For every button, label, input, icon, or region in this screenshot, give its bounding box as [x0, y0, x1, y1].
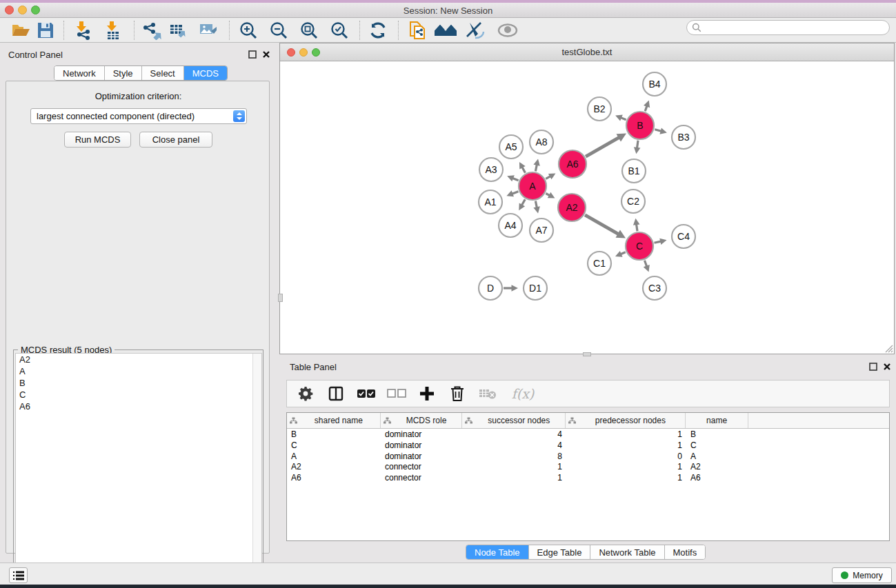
graph-node-A3[interactable]: A3 [479, 158, 503, 181]
edge-A2-C[interactable] [585, 215, 619, 234]
table-row[interactable]: A6connector11A6 [287, 472, 889, 483]
table-row[interactable]: Adominator80A [287, 451, 889, 462]
float-panel-icon[interactable] [869, 363, 877, 371]
table-cell[interactable]: dominator [381, 440, 463, 451]
table-cell[interactable]: A2 [287, 461, 381, 472]
table-cell[interactable]: 0 [566, 451, 686, 462]
graph-node-B4[interactable]: B4 [643, 72, 666, 96]
graph-node-A2[interactable]: A2 [558, 194, 586, 221]
show-graphics-details-icon[interactable] [495, 19, 520, 41]
close-panel-button[interactable]: Close panel [139, 132, 212, 148]
graph-node-C3[interactable]: C3 [643, 276, 666, 300]
mcds-result-item[interactable]: A6 [16, 401, 261, 412]
graph-node-B1[interactable]: B1 [622, 159, 646, 183]
mcds-result-item[interactable]: B [16, 377, 261, 389]
hide-graphics-details-icon[interactable] [464, 19, 488, 41]
graph-node-A5[interactable]: A5 [499, 135, 523, 159]
edge-B-B4[interactable] [645, 106, 647, 112]
mcds-result-item[interactable]: A2 [16, 354, 261, 365]
edge-B-B1[interactable] [637, 141, 639, 148]
import-network-icon[interactable] [70, 19, 95, 41]
export-network-icon[interactable] [139, 19, 164, 41]
edge-A6-B[interactable] [586, 137, 619, 156]
graph-node-A7[interactable]: A7 [530, 219, 553, 242]
graph-node-B2[interactable]: B2 [588, 97, 611, 121]
edge-B-B3[interactable] [655, 130, 661, 132]
table-row[interactable]: Bdominator41B [287, 429, 889, 440]
run-mcds-button[interactable]: Run MCDS [64, 132, 131, 148]
table-cell[interactable]: A [686, 451, 750, 462]
edge-C-C3[interactable] [644, 261, 646, 267]
graph-node-C4[interactable]: C4 [672, 225, 695, 248]
table-row[interactable]: A2connector11A2 [287, 461, 889, 472]
split-handle-vertical[interactable] [278, 294, 283, 302]
edge-C-C2[interactable] [637, 224, 637, 231]
tab-style[interactable]: Style [105, 66, 142, 81]
tab-select[interactable]: Select [142, 66, 184, 81]
table-cell[interactable]: dominator [381, 429, 463, 440]
edge-B-B2[interactable] [621, 118, 626, 120]
graph-node-B3[interactable]: B3 [672, 125, 695, 149]
table-cell[interactable]: connector [381, 461, 463, 472]
edge-A-A4[interactable] [521, 199, 525, 205]
table-cell[interactable]: 8 [463, 451, 566, 462]
edge-A-A8[interactable] [535, 165, 537, 172]
edge-C-C1[interactable] [621, 252, 626, 254]
mcds-result-item[interactable]: A [16, 365, 261, 377]
column-header-successor-nodes[interactable]: successor nodes [462, 413, 566, 428]
resize-grip[interactable] [882, 342, 893, 353]
zoom-out-icon[interactable] [266, 19, 291, 41]
unselect-all-columns-icon[interactable] [386, 385, 407, 403]
column-header-predecessor-nodes[interactable]: predecessor nodes [566, 413, 686, 428]
graph-node-C[interactable]: C [626, 232, 653, 260]
criterion-dropdown[interactable]: largest connected component (directed) [30, 108, 247, 124]
open-session-icon[interactable] [8, 19, 33, 41]
mcds-result-list[interactable]: A2ABCA6 [15, 353, 262, 586]
home-panels-icon[interactable] [433, 19, 458, 41]
table-options-icon[interactable] [295, 385, 316, 403]
network-window-titlebar[interactable]: testGlobe.txt [280, 43, 894, 61]
graph-node-C2[interactable]: C2 [621, 190, 645, 213]
memory-button[interactable]: Memory [832, 567, 892, 583]
tab-mcds[interactable]: MCDS [184, 66, 227, 81]
zoom-fit-icon[interactable] [297, 19, 321, 41]
table-cell[interactable]: 1 [463, 472, 566, 483]
delete-row-icon[interactable] [447, 385, 468, 403]
close-panel-icon[interactable] [883, 363, 891, 371]
table-cell[interactable]: A6 [686, 472, 750, 483]
column-header-name[interactable]: name [686, 413, 749, 428]
tab-network[interactable]: Network [54, 66, 105, 81]
graph-node-B[interactable]: B [626, 112, 654, 139]
search-input[interactable] [686, 20, 890, 35]
save-session-icon[interactable] [33, 19, 58, 41]
column-header-MCDS-role[interactable]: MCDS role [381, 413, 463, 428]
close-panel-icon[interactable] [262, 50, 270, 59]
table-cell[interactable]: B [287, 429, 381, 440]
scrollbar[interactable] [252, 354, 261, 585]
refresh-view-icon[interactable] [366, 19, 390, 41]
graph-node-A8[interactable]: A8 [530, 130, 553, 154]
export-image-icon[interactable] [197, 19, 221, 41]
table-cell[interactable]: 1 [566, 429, 686, 440]
tab-motifs[interactable]: Motifs [665, 545, 706, 560]
table-cell[interactable]: dominator [381, 451, 463, 462]
search-field[interactable] [686, 20, 890, 35]
task-history-button[interactable] [9, 567, 28, 583]
graph-node-C1[interactable]: C1 [588, 252, 611, 275]
mcds-result-item[interactable]: C [16, 389, 261, 401]
show-columns-icon[interactable] [326, 385, 346, 403]
select-all-columns-icon[interactable] [356, 385, 377, 403]
tab-node-table[interactable]: Node Table [466, 545, 529, 560]
table-cell[interactable]: 1 [566, 461, 686, 472]
table-row[interactable]: Cdominator41C [287, 440, 889, 451]
edge-A-A5[interactable] [522, 167, 525, 172]
table-cell[interactable]: 4 [463, 440, 566, 451]
tab-network-table[interactable]: Network Table [590, 545, 664, 560]
zoom-in-icon[interactable] [236, 19, 261, 41]
table-cell[interactable]: 1 [463, 461, 566, 472]
table-cell[interactable]: A2 [686, 461, 750, 472]
table-cell[interactable]: 4 [463, 429, 566, 440]
graph-node-A[interactable]: A [519, 172, 546, 200]
zoom-selected-icon[interactable] [327, 19, 352, 41]
table-cell[interactable]: C [686, 440, 750, 451]
